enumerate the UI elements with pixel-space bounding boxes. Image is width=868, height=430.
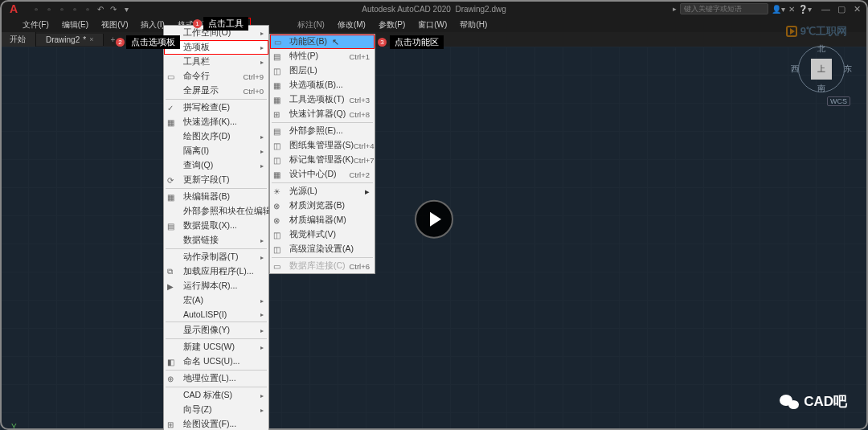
menu-edit[interactable]: 编辑(E): [55, 18, 95, 32]
menu-item-label: 全屏显示: [183, 85, 219, 96]
submenu-item-label: 图层(L): [289, 65, 317, 76]
maximize-button[interactable]: ▢: [837, 4, 847, 14]
menu-item[interactable]: 外部参照和块在位编辑: [164, 204, 268, 219]
submenu-item[interactable]: ◫标记集管理器(K)Ctrl+7: [270, 153, 375, 167]
menu-item[interactable]: 动作录制器(T)▸: [164, 250, 268, 264]
menu-item-label: 命令行: [183, 71, 210, 82]
menu-item-label: 加载应用程序(L)...: [183, 266, 254, 277]
menu-item-icon: ◫: [273, 67, 285, 76]
signin-icon[interactable]: 👤▾: [772, 5, 785, 14]
menu-item[interactable]: 查询(Q)▸: [164, 158, 268, 173]
viewcube-south[interactable]: 南: [817, 83, 825, 94]
viewcube-face-top[interactable]: 上: [811, 59, 832, 80]
menu-item[interactable]: CAD 标准(S)▸: [164, 388, 268, 403]
menu-item[interactable]: ◧命名 UCS(U)...: [164, 354, 268, 369]
submenu-item[interactable]: ◫图层(L): [270, 63, 375, 78]
menu-modify[interactable]: 修改(M): [331, 18, 372, 32]
asterisk-icon: *: [83, 35, 86, 44]
menu-file[interactable]: 文件(F): [16, 18, 55, 32]
menu-item[interactable]: 显示图像(Y)▸: [164, 323, 268, 338]
submenu-item-label: 标记集管理器(K): [289, 154, 354, 166]
submenu-item[interactable]: ▦块选项板(B)...: [270, 78, 375, 92]
menu-dimension[interactable]: 标注(N): [291, 18, 331, 32]
qat-redo-icon[interactable]: ↷: [108, 3, 119, 14]
menu-item-icon: ▤: [273, 52, 285, 61]
qat-undo-icon[interactable]: ↶: [95, 3, 106, 14]
app-logo[interactable]: A: [0, 0, 27, 18]
menu-item[interactable]: AutoLISP(I)▸: [164, 308, 268, 321]
menu-item[interactable]: 工具栏▸: [164, 55, 268, 69]
viewcube-east[interactable]: 东: [844, 63, 852, 75]
close-button[interactable]: ✕: [854, 4, 863, 14]
menu-parametric[interactable]: 参数(P): [372, 18, 411, 32]
qat-open-icon[interactable]: ▫: [43, 3, 55, 14]
qat-dropdown-icon[interactable]: ▾: [121, 3, 132, 14]
submenu-item-label: 快速计算器(Q): [289, 109, 346, 120]
viewcube-north[interactable]: 北: [817, 43, 825, 55]
minimize-button[interactable]: —: [821, 4, 831, 14]
menu-item[interactable]: 新建 UCS(W)▸: [164, 340, 268, 354]
infocenter-arrow-icon[interactable]: ▸: [673, 5, 677, 13]
drawing-canvas[interactable]: Y: [0, 47, 868, 430]
help-icon[interactable]: ❔▾: [798, 5, 812, 14]
menu-item[interactable]: 宏(A)▸: [164, 293, 268, 308]
menu-item[interactable]: 向导(Z)▸: [164, 403, 268, 417]
menu-item-icon: ⊗: [273, 202, 285, 211]
callout-dot-3: 3: [378, 38, 387, 47]
qat-new-icon[interactable]: ▫: [31, 3, 42, 14]
menu-item[interactable]: 绘图次序(D)▸: [164, 129, 268, 144]
submenu-item: ▭数据库连接(C)Ctrl+6: [270, 259, 375, 273]
filetab-drawing2[interactable]: Drawing2*×: [36, 34, 104, 46]
menu-item[interactable]: ✓拼写检查(E): [164, 100, 268, 115]
menu-item[interactable]: ▶运行脚本(R)...: [164, 279, 268, 293]
submenu-item[interactable]: ◫图纸集管理器(S)Ctrl+4: [270, 138, 375, 153]
submenu-item[interactable]: ⊞快速计算器(Q)Ctrl+8: [270, 107, 375, 121]
filetab-start[interactable]: 开始: [0, 32, 36, 47]
menu-separator: [166, 370, 267, 371]
menu-item[interactable]: ⊕地理位置(L)...: [164, 371, 268, 386]
submenu-item[interactable]: ▤特性(P)Ctrl+1: [270, 49, 375, 63]
viewcube[interactable]: 上 北 南 东 西: [797, 45, 845, 93]
menu-separator: [166, 338, 267, 339]
qat-plot-icon[interactable]: ▫: [82, 3, 93, 14]
menu-item[interactable]: ⟳更新字段(T): [164, 173, 268, 187]
exchange-icon[interactable]: ✕: [788, 5, 795, 14]
menu-item[interactable]: 隔离(I)▸: [164, 144, 268, 158]
menu-item-icon: ▭: [167, 72, 178, 81]
submenu-item[interactable]: ◫高级渲染设置(A): [270, 242, 375, 256]
menu-item-icon: ⊞: [273, 110, 285, 119]
menu-item[interactable]: ▦块编辑器(B): [164, 190, 268, 204]
video-play-button[interactable]: [415, 199, 453, 238]
menu-view[interactable]: 视图(V): [95, 18, 134, 32]
close-tab-icon[interactable]: ×: [89, 35, 93, 43]
menu-item[interactable]: 数据链接▸: [164, 233, 268, 248]
wcs-label[interactable]: WCS: [827, 96, 850, 106]
menu-item-icon: ◫: [273, 231, 285, 240]
qat-saveas-icon[interactable]: ▫: [69, 3, 80, 14]
submenu-item-label: 工具选项板(T): [289, 94, 344, 105]
submenu-item[interactable]: ◫视觉样式(V): [270, 227, 375, 242]
menu-item[interactable]: ▭命令行Ctrl+9: [164, 69, 268, 84]
menu-help[interactable]: 帮助(H): [453, 18, 493, 32]
submenu-item[interactable]: ▤外部参照(E)...: [270, 124, 375, 138]
menu-item[interactable]: 全屏显示Ctrl+0: [164, 84, 268, 98]
qat-save-icon[interactable]: ▫: [56, 3, 68, 14]
submenu-item[interactable]: ▦设计中心(D)Ctrl+2: [270, 167, 375, 182]
search-input[interactable]: [680, 3, 768, 14]
menu-item[interactable]: ⧉加载应用程序(L)...: [164, 264, 268, 279]
menu-item[interactable]: ⊞绘图设置(F)...: [164, 417, 268, 430]
submenu-item[interactable]: ⊗材质编辑器(M): [270, 213, 375, 227]
viewcube-west[interactable]: 西: [791, 63, 799, 75]
watermark-bottom-right: CAD吧: [780, 392, 847, 411]
submenu-item[interactable]: ⊗材质浏览器(B): [270, 199, 375, 213]
menu-item-label: 向导(Z): [183, 404, 211, 416]
menu-item[interactable]: ▦快速选择(K)...: [164, 115, 268, 129]
menu-window[interactable]: 窗口(W): [411, 18, 453, 32]
submenu-item[interactable]: ▭功能区(B)↖: [270, 35, 375, 49]
submenu-item[interactable]: ☀光源(L)▸: [270, 184, 375, 199]
submenu-item[interactable]: ▦工具选项板(T)Ctrl+3: [270, 92, 375, 107]
menu-item[interactable]: ▤数据提取(X)...: [164, 219, 268, 233]
submenu-arrow-icon: ▸: [260, 344, 264, 351]
wechat-icon: [780, 394, 799, 410]
menu-item-icon: ☀: [273, 187, 285, 196]
